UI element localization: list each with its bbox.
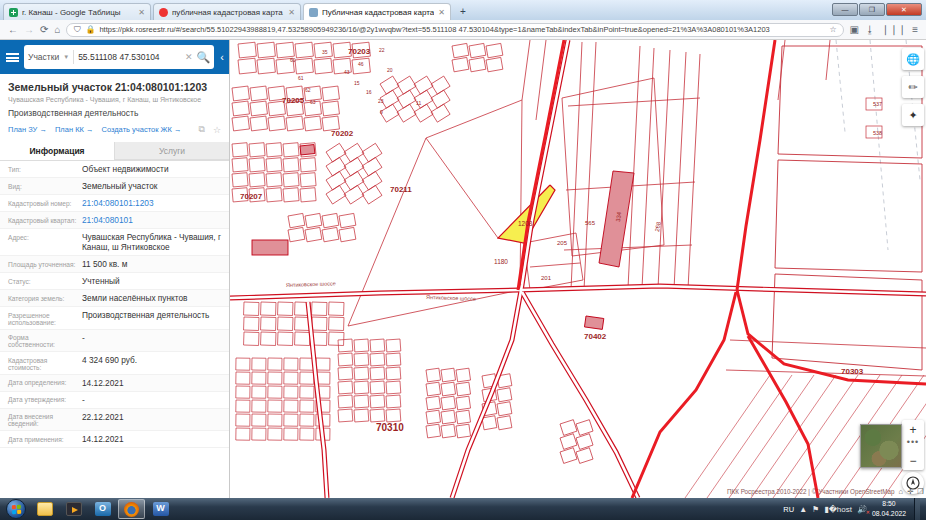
search-header: Участки ▼ 55.511108 47.530104 ✕ 🔍 ‹ <box>0 40 229 74</box>
chevron-down-icon[interactable]: ▼ <box>63 54 69 60</box>
info-value[interactable]: 21:04:080101 <box>82 215 221 225</box>
address-bar[interactable]: 🛡 🔒 https://pkk.rosreestr.ru/#/search/55… <box>66 23 843 37</box>
info-row: Вид:Земельный участок <box>0 178 229 195</box>
measure-button[interactable]: ✏ <box>902 76 924 98</box>
tab-close-icon[interactable]: ✕ <box>138 8 145 17</box>
close-button[interactable]: ✕ <box>886 3 922 16</box>
tab-information[interactable]: Информация <box>0 142 115 160</box>
fullscreen-icon[interactable]: ❒ <box>917 487 924 496</box>
start-button[interactable] <box>6 499 26 519</box>
map-label: 16 <box>366 89 372 95</box>
tab-close-icon[interactable]: ✕ <box>438 8 445 17</box>
browser-tab-1[interactable]: публичная кадастровая карта✕ <box>153 3 301 20</box>
language-indicator[interactable]: RU <box>783 505 794 514</box>
map-canvas[interactable]: 7020370205702027020770211703107040270303… <box>230 40 926 498</box>
search-box[interactable]: Участки ▼ 55.511108 47.530104 ✕ 🔍 <box>24 45 214 69</box>
taskbar-explorer-button[interactable] <box>31 499 58 519</box>
search-icon[interactable]: 🔍 <box>197 51 211 64</box>
network-icon[interactable]: ▮�host <box>824 505 852 514</box>
satellite-minimap[interactable] <box>860 424 902 468</box>
plan-link-2[interactable]: Создать участок ЖК → <box>101 125 181 134</box>
volume-muted-icon[interactable]: 🔊 <box>857 505 867 514</box>
reload-icon[interactable]: ⟳ <box>40 25 48 35</box>
info-label: Статус: <box>8 276 82 286</box>
taskbar-word-button[interactable]: W <box>147 499 174 519</box>
plan-link-1[interactable]: План КК → <box>55 125 94 134</box>
info-row: Дата применения:14.12.2021 <box>0 431 229 448</box>
info-row: Форма собственности:- <box>0 330 229 353</box>
crosshair-icon[interactable]: ✛ <box>907 487 913 496</box>
map-label: Янтиковское шоссе <box>426 294 476 302</box>
tab-label: публичная кадастровая карта <box>172 8 284 17</box>
zoom-out-button[interactable]: − <box>902 451 924 470</box>
clear-search-icon[interactable]: ✕ <box>185 52 193 62</box>
map-label: 61 <box>298 75 304 81</box>
taskbar-clock[interactable]: 8:50 08.04.2022 <box>872 499 906 518</box>
info-value: 22.12.2021 <box>82 412 221 428</box>
info-value: 11 500 кв. м <box>82 259 221 269</box>
minimize-button[interactable]: — <box>832 3 858 16</box>
info-label: Кадастровая стоимость: <box>8 355 82 371</box>
shield-icon[interactable]: 🛡 <box>73 25 81 34</box>
map-label: 70310 <box>376 422 404 433</box>
word-icon: W <box>153 502 169 516</box>
forward-icon[interactable]: → <box>24 25 34 35</box>
media-player-icon <box>66 502 82 516</box>
info-value: Производственная деятельность <box>82 310 221 326</box>
tab-close-icon[interactable]: ✕ <box>288 8 295 17</box>
search-input[interactable]: 55.511108 47.530104 <box>78 52 181 62</box>
hidden-icons-arrow[interactable]: ▲ <box>799 505 807 514</box>
lock-icon[interactable]: 🔒 <box>85 25 95 34</box>
browser-tab-0[interactable]: г. Канаш - Google Таблицы✕ <box>3 3 151 20</box>
tab-services[interactable]: Услуги <box>115 142 229 160</box>
zoom-more-button[interactable]: ••• <box>907 439 919 451</box>
action-center-flag-icon[interactable]: ⚑ <box>812 505 819 514</box>
info-row: Статус:Учтенный <box>0 273 229 290</box>
info-label: Кадастровый номер: <box>8 198 82 208</box>
info-row: Категория земель:Земли населённых пункто… <box>0 290 229 307</box>
info-label: Дата утверждения: <box>8 395 82 405</box>
plan-link-0[interactable]: План ЗУ → <box>8 125 47 134</box>
browser-tab-2[interactable]: Публичная кадастровая карта✕ <box>303 3 451 20</box>
taskbar-mediaplayer-button[interactable] <box>60 499 87 519</box>
cadastral-map[interactable]: 7020370205702027020770211703107040270303… <box>230 40 926 498</box>
marker-button[interactable]: ✦ <box>902 104 924 126</box>
map-label: 60 <box>290 57 296 63</box>
extensions-icon[interactable]: ▣ <box>850 25 859 35</box>
info-row: Площадь уточненная:11 500 кв. м <box>0 256 229 273</box>
map-label: 538 <box>873 130 882 136</box>
tab-label: г. Канаш - Google Таблицы <box>22 8 134 17</box>
search-category-select[interactable]: Участки <box>28 52 59 62</box>
download-icon[interactable]: ⭳ <box>865 25 875 35</box>
maximize-button[interactable]: ❐ <box>859 3 885 16</box>
menu-icon[interactable]: ≡ <box>912 25 918 35</box>
taskbar-firefox-button[interactable] <box>118 499 145 519</box>
attribution-text: ПКК Росреестра 2010-2022 | © Участники O… <box>727 488 894 495</box>
parcel-summary: Земельный участок 21:04:080101:1203 Чува… <box>0 74 229 135</box>
info-label: Адрес: <box>8 232 82 252</box>
map-label: 20 <box>387 67 393 73</box>
hamburger-icon[interactable] <box>6 53 19 62</box>
home-map-icon[interactable]: ⌂ <box>898 487 903 496</box>
back-icon[interactable]: ← <box>8 25 18 35</box>
window-controls: — ❐ ✕ <box>832 3 922 16</box>
collapse-panel-icon[interactable]: ‹ <box>219 51 225 63</box>
map-label: 11 <box>416 100 421 106</box>
export-icon[interactable]: ⧉ <box>198 124 204 135</box>
show-desktop-button[interactable] <box>914 498 920 520</box>
home-icon[interactable]: ⌂ <box>54 25 60 35</box>
map-label: 62 <box>305 87 311 93</box>
map-label: Янтиковское шоссе <box>286 280 336 288</box>
info-value: 14.12.2021 <box>82 378 221 388</box>
favorite-star-icon[interactable]: ☆ <box>213 125 221 135</box>
info-value: Земли населённых пунктов <box>82 293 221 303</box>
bookmark-star-icon[interactable]: ☆ <box>829 25 836 34</box>
library-icon[interactable]: ❘❘❘ <box>881 25 906 35</box>
map-label: 70202 <box>331 129 354 138</box>
layers-button[interactable]: 🌐 <box>902 48 924 70</box>
taskbar-outlook-button[interactable]: O <box>89 499 116 519</box>
info-value[interactable]: 21:04:080101:1203 <box>82 198 221 208</box>
url-text[interactable]: https://pkk.rosreestr.ru/#/search/55.510… <box>99 25 825 34</box>
new-tab-button[interactable]: + <box>455 5 471 20</box>
info-row: Дата утверждения:- <box>0 392 229 409</box>
